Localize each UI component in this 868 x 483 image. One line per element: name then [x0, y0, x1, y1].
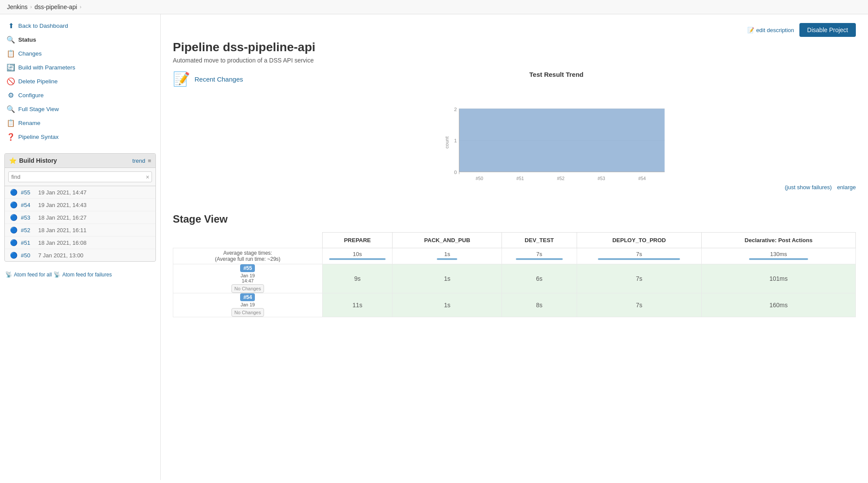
- sidebar-item-pipeline-syntax[interactable]: ❓Pipeline Syntax: [0, 130, 160, 144]
- build-number-link[interactable]: #55: [21, 189, 35, 196]
- build-number-link[interactable]: #53: [21, 214, 35, 221]
- trend-link[interactable]: trend: [132, 158, 145, 164]
- no-changes-badge: No Changes: [231, 284, 264, 293]
- just-show-failures-link[interactable]: (just show failures): [785, 184, 832, 191]
- avg-times-row: Average stage times: (Average full run t…: [173, 248, 856, 264]
- build-number-link[interactable]: #54: [21, 202, 35, 208]
- main-content: 📝 edit description Disable Project Pipel…: [161, 14, 868, 480]
- sidebar-item-changes[interactable]: 📋Changes: [0, 46, 160, 60]
- avg-post: 130ms: [702, 248, 856, 264]
- find-clear-icon[interactable]: ×: [146, 174, 149, 181]
- find-input[interactable]: [8, 171, 152, 182]
- stage-cell[interactable]: 9s: [322, 264, 393, 293]
- trend-links: (just show failures) enlarge: [257, 184, 856, 191]
- breadcrumb-jenkins[interactable]: Jenkins: [7, 3, 27, 10]
- top-actions: 📝 edit description Disable Project: [173, 23, 856, 37]
- stage-header-prepare: PREPARE: [322, 232, 393, 248]
- atom-feed-failures-link[interactable]: Atom feed for failures: [62, 272, 112, 278]
- build-date: 7 Jan 2021, 13:00: [38, 252, 83, 259]
- stage-cell[interactable]: 7s: [577, 293, 701, 317]
- build-history-label: Build History: [19, 157, 57, 164]
- sidebar-item-configure[interactable]: ⚙Configure: [0, 88, 160, 102]
- enlarge-link[interactable]: enlarge: [837, 184, 856, 191]
- edit-description-link[interactable]: 📝 edit description: [747, 27, 794, 33]
- avg-pack: 1s: [393, 248, 502, 264]
- nav-label-full-stage-view: Full Stage View: [18, 106, 59, 112]
- stage-header-empty: [173, 232, 323, 248]
- stage-cell[interactable]: 1s: [393, 293, 502, 317]
- stage-header-pack: PACK_AND_PUB: [393, 232, 502, 248]
- star-icon: ⭐: [9, 157, 17, 164]
- nav-icon-changes: 📋: [7, 49, 15, 57]
- svg-text:1: 1: [454, 138, 457, 143]
- build-list-item: 🔵#5218 Jan 2021, 16:11: [5, 224, 155, 237]
- build-date: 19 Jan 2021, 14:43: [38, 202, 86, 208]
- stage-cell[interactable]: 6s: [502, 264, 577, 293]
- build-list: 🔵#5519 Jan 2021, 14:47🔵#5419 Jan 2021, 1…: [5, 186, 155, 261]
- build-number-link[interactable]: #50: [21, 252, 35, 259]
- nav-icon-delete-pipeline: 🚫: [7, 77, 15, 85]
- trend-bar-icon: ≡: [148, 158, 151, 164]
- nav-label-status: Status: [18, 36, 36, 43]
- atom-icon-failures: 📡: [53, 271, 60, 278]
- breadcrumb-arrow-1: ›: [30, 4, 32, 10]
- build-status-icon: 🔵: [10, 189, 17, 196]
- build-status-icon: 🔵: [10, 227, 17, 233]
- build-status-icon: 🔵: [10, 252, 17, 259]
- build-status-icon: 🔵: [10, 201, 17, 208]
- avg-deploy: 7s: [577, 248, 701, 264]
- build-history-panel: ⭐ Build History trend ≡ × 🔵#5519 Jan 202…: [4, 153, 156, 262]
- svg-text:count: count: [445, 136, 450, 149]
- atom-feeds: 📡 Atom feed for all 📡 Atom feed for fail…: [0, 267, 160, 282]
- build-status-icon: 🔵: [10, 239, 17, 246]
- atom-feed-all-link[interactable]: Atom feed for all: [14, 272, 52, 278]
- stage-build-label: #54Jan 19No Changes: [173, 293, 323, 317]
- stage-cell[interactable]: 160ms: [702, 293, 856, 317]
- stage-cell[interactable]: 8s: [502, 293, 577, 317]
- nav-label-changes: Changes: [18, 50, 42, 57]
- sidebar-item-back-to-dashboard[interactable]: ⬆Back to Dashboard: [0, 19, 160, 33]
- page-subtitle: Automated move to production of a DSS AP…: [173, 57, 856, 64]
- build-list-item: 🔵#5318 Jan 2021, 16:27: [5, 211, 155, 224]
- edit-icon: 📝: [747, 27, 754, 33]
- build-number-link[interactable]: #52: [21, 227, 35, 233]
- breadcrumb-arrow-2: ›: [80, 4, 82, 10]
- svg-text:#54: #54: [638, 176, 646, 181]
- build-date: 18 Jan 2021, 16:27: [38, 214, 86, 221]
- stage-cell[interactable]: 1s: [393, 264, 502, 293]
- sidebar-nav: ⬆Back to Dashboard🔍Status📋Changes🔄Build …: [0, 14, 160, 148]
- test-result-trend: Test Result Trend 0 1 2 count: [257, 71, 856, 191]
- nav-icon-pipeline-syntax: ❓: [7, 133, 15, 141]
- nav-icon-configure: ⚙: [7, 91, 15, 99]
- trend-title: Test Result Trend: [257, 71, 856, 78]
- nav-icon-build-with-parameters: 🔄: [7, 63, 15, 71]
- nav-label-rename: Rename: [18, 120, 40, 126]
- sidebar-item-status[interactable]: 🔍Status: [0, 33, 160, 46]
- stage-header-devtest: DEV_TEST: [502, 232, 577, 248]
- svg-text:#53: #53: [598, 176, 606, 181]
- nav-label-build-with-parameters: Build with Parameters: [18, 64, 75, 71]
- stage-cell[interactable]: 11s: [322, 293, 393, 317]
- avg-devtest: 7s: [502, 248, 577, 264]
- changes-icon: 📝: [173, 71, 190, 87]
- svg-text:2: 2: [454, 107, 457, 112]
- stage-cell[interactable]: 101ms: [702, 264, 856, 293]
- sidebar-item-delete-pipeline[interactable]: 🚫Delete Pipeline: [0, 74, 160, 88]
- build-history-header: ⭐ Build History trend ≡: [5, 154, 155, 168]
- build-badge-date: Jan 19: [173, 302, 322, 307]
- sidebar-item-full-stage-view[interactable]: 🔍Full Stage View: [0, 102, 160, 116]
- svg-text:#50: #50: [476, 176, 484, 181]
- disable-project-button[interactable]: Disable Project: [799, 23, 856, 37]
- sidebar-item-rename[interactable]: 📋Rename: [0, 116, 160, 130]
- build-badge[interactable]: #55: [240, 264, 255, 272]
- recent-changes-link[interactable]: Recent Changes: [195, 76, 243, 83]
- breadcrumb-pipeline[interactable]: dss-pipeline-api: [34, 3, 77, 10]
- build-number-link[interactable]: #51: [21, 240, 35, 246]
- sidebar: ⬆Back to Dashboard🔍Status📋Changes🔄Build …: [0, 14, 161, 480]
- nav-icon-back-to-dashboard: ⬆: [7, 22, 15, 30]
- atom-icon-all: 📡: [5, 271, 12, 278]
- build-badge[interactable]: #54: [240, 293, 255, 301]
- stage-cell[interactable]: 7s: [577, 264, 701, 293]
- edit-description-label: edit description: [756, 27, 794, 33]
- sidebar-item-build-with-parameters[interactable]: 🔄Build with Parameters: [0, 60, 160, 74]
